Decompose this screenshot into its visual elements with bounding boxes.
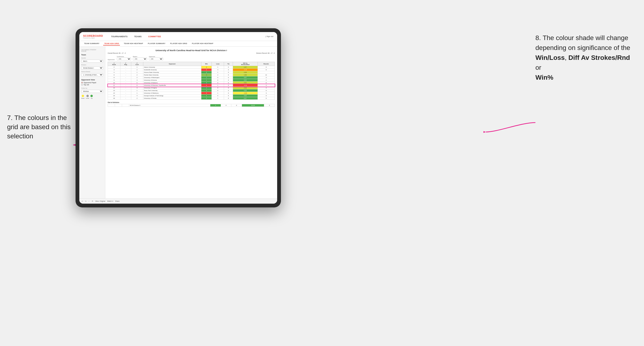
gender-select[interactable]: Men's — [81, 60, 103, 63]
cell-tie: 0 — [224, 89, 233, 92]
annotation-right-text: 8. The colour shade will change dependin… — [536, 34, 630, 51]
cell-rank: 11 — [108, 84, 120, 87]
cell-rounds: 9 — [258, 89, 274, 92]
cell-name: Georgia Institute of Technology — [143, 95, 201, 97]
cell-conf: 2 — [131, 76, 143, 79]
cell-loss: 1 — [212, 71, 224, 74]
filter-conference-select[interactable]: (All) — [117, 57, 131, 60]
tab-player-h2h-heatmap[interactable]: PLAYER H2H HEATMAP — [191, 42, 214, 45]
cell-rank: 12 — [108, 87, 120, 89]
cell-reg — [115, 104, 122, 107]
filter-opponent-group: Opponent (All) — [149, 56, 163, 60]
cell-rank — [108, 104, 115, 107]
tab-player-h2h-grid[interactable]: PLAYER H2H GRID — [169, 42, 188, 45]
cell-rounds: 3 — [258, 92, 274, 95]
nav-committee[interactable]: COMMITTEE — [147, 35, 162, 38]
nav-teams[interactable]: TEAMS — [133, 35, 142, 38]
toolbar-refresh[interactable]: ⟳ — [92, 200, 93, 202]
cell-win: 5 — [201, 71, 212, 74]
cell-name: University of Washington — [143, 76, 201, 79]
tab-player-summary[interactable]: PLAYER SUMMARY — [147, 42, 166, 45]
cell-loss: 0 — [221, 104, 231, 107]
school-select[interactable]: 1. University of Nort... — [81, 73, 103, 76]
cell-conf: 4 — [131, 95, 143, 97]
cell-rank: 16 — [108, 97, 120, 100]
cell-name: University of Florida — [143, 97, 201, 100]
legend: Down Level Up — [81, 95, 103, 99]
filter-opponent-label: Opponent — [149, 56, 163, 57]
cell-reg: - — [120, 74, 131, 76]
table-row: 11 - 6 University of Arkansas, Fayettevi… — [108, 84, 275, 87]
cell-rank: 10 — [108, 82, 120, 84]
cell-diff: 2.33 — [233, 87, 258, 89]
table-row: 4 - 1 Arizona State University 5 1 0 2.2… — [108, 71, 275, 74]
toolbar-undo[interactable]: ↩ — [82, 200, 83, 202]
cell-conf: 3 — [131, 79, 143, 82]
annotation-winpct: Win% — [536, 74, 553, 81]
cell-conf: 2 — [131, 97, 143, 100]
cell-win: 0 — [201, 92, 212, 95]
annotation-left: 7. The colours in the grid are based on … — [7, 113, 73, 141]
school-label: School (Rank) — [81, 71, 103, 72]
division-select[interactable]: NCAA Division I — [81, 66, 103, 70]
sign-out-button[interactable]: | Sign out — [265, 35, 273, 37]
nav-tournaments[interactable]: TOURNAMENTS — [110, 35, 128, 38]
cell-win: 1 — [201, 76, 212, 79]
legend-up: Up — [90, 95, 93, 99]
cell-loss: 0 — [212, 95, 224, 97]
radio-opponents-played[interactable]: Opponents Played — [81, 82, 103, 83]
col-win: Win — [201, 62, 212, 66]
cell-win: 3 — [201, 82, 212, 84]
cell-tie: 0 — [224, 66, 233, 69]
annotation-left-text: 7. The colours in the grid are based on … — [7, 114, 70, 140]
cell-tie: 0 — [224, 69, 233, 71]
cell-diff: -4.33 — [233, 84, 258, 87]
colour-by-select[interactable]: Win/loss — [81, 90, 103, 93]
grid-subtitle: Overall Record: 89 - 17 - 0 Division Rec… — [108, 52, 275, 54]
tab-team-h2h-grid[interactable]: TEAM H2H GRID — [103, 42, 120, 45]
cell-rounds: 3 — [264, 104, 275, 107]
cell-diff: 2.28 — [233, 71, 258, 74]
cell-tie: 0 — [224, 92, 233, 95]
toolbar-view[interactable]: View: Original — [95, 200, 105, 202]
toolbar-watch[interactable]: Watch ▾ — [107, 200, 113, 202]
cell-diff: 1.83 — [233, 74, 258, 76]
colour-by-label: Colour by — [81, 87, 103, 89]
cell-reg: - — [120, 76, 131, 79]
tablet-frame: SCOREBOARD Powered by clippd TOURNAMENTS… — [76, 28, 281, 207]
filter-region-label: Region — [133, 56, 147, 57]
cell-reg: - — [120, 97, 131, 100]
cell-name: University of Alabama — [143, 82, 201, 84]
cell-tie: 0 — [224, 74, 233, 76]
main-content: Last Updated: 27/03/2024 16:55:38 Team G… — [79, 47, 277, 198]
table-row: 2 - 1 Auburn University 2 1 0 1.67 9 — [108, 66, 275, 69]
toolbar-share[interactable]: Share — [115, 200, 120, 202]
cell-name: University of Virginia — [143, 87, 201, 89]
logo-main: SCOREBOARD — [83, 34, 103, 37]
cell-win: 1 — [201, 87, 212, 89]
toolbar-back[interactable]: ← — [88, 200, 90, 202]
legend-dot-down — [82, 95, 84, 97]
cell-name: Auburn University — [143, 66, 201, 69]
cell-conf: 1 — [131, 92, 143, 95]
cell-loss: 1 — [212, 97, 224, 100]
cell-name: Vanderbilt University — [143, 69, 201, 71]
tab-team-h2h-heatmap[interactable]: TEAM H2H HEATMAP — [123, 42, 144, 45]
left-panel: Last Updated: 27/03/2024 16:55:38 Team G… — [79, 47, 105, 198]
legend-dot-level — [86, 95, 89, 97]
radio-top100[interactable]: Top 100 — [81, 84, 103, 86]
cell-reg: - — [120, 79, 131, 82]
top-nav: SCOREBOARD Powered by clippd TOURNAMENTS… — [79, 32, 277, 41]
bottom-toolbar: ↩ ↪ ← ⟳ View: Original Watch ▾ Share — [79, 198, 277, 204]
team-label: Team — [81, 54, 103, 56]
filter-opponent-select[interactable]: (All) — [149, 57, 163, 60]
filter-region-select[interactable]: (All) — [133, 57, 147, 60]
col-loss: Loss — [212, 62, 224, 66]
cell-rank: 14 — [108, 92, 120, 95]
col-conf: #Conf — [131, 62, 143, 66]
opponent-view-options: Opponents Played Top 100 — [81, 82, 103, 86]
tab-team-summary[interactable]: TEAM SUMMARY — [83, 42, 100, 45]
toolbar-redo[interactable]: ↪ — [85, 200, 86, 202]
cell-rounds: 8 — [258, 82, 274, 84]
cell-reg: - — [120, 66, 131, 69]
